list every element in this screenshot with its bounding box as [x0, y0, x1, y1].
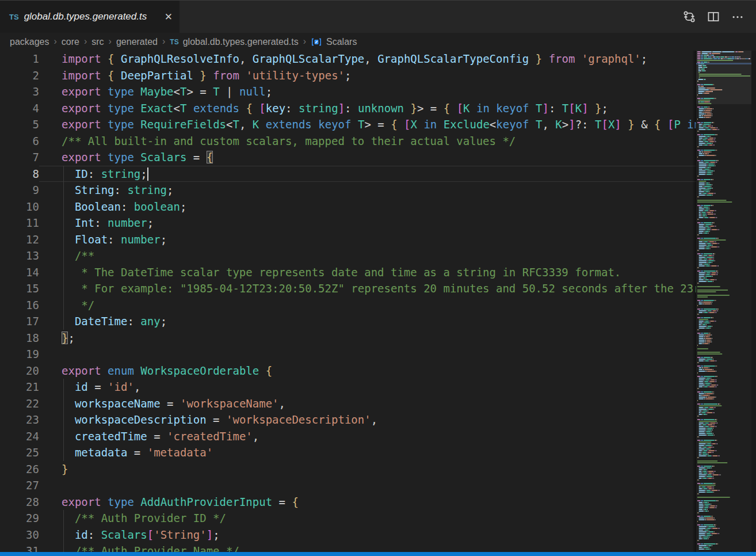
close-tab-icon[interactable]: ✕ [156, 11, 173, 23]
code-line[interactable]: 17 DateTime: any; [0, 313, 696, 330]
code-line[interactable]: 2import { DeepPartial } from 'utility-ty… [0, 67, 696, 84]
line-number: 19 [0, 346, 39, 363]
code-lines: 1import { GraphQLResolveInfo, GraphQLSca… [0, 51, 696, 552]
code-line[interactable]: 12 Float: number; [0, 231, 696, 248]
ellipsis-icon [731, 10, 744, 23]
compare-changes-icon [683, 10, 696, 23]
line-number: 17 [0, 313, 39, 330]
breadcrumb-item-core[interactable]: core [62, 37, 79, 47]
split-editor-button[interactable] [705, 9, 721, 25]
code-line[interactable]: 20export enum WorkspaceOrderable { [0, 363, 696, 379]
code-text: /** Auth Provider ID */ [39, 510, 696, 527]
line-number: 25 [0, 444, 39, 461]
split-editor-icon [707, 10, 720, 23]
line-number: 10 [0, 199, 39, 215]
code-line[interactable]: 18}; [0, 330, 696, 346]
line-number: 21 [0, 379, 39, 395]
editor-actions [681, 1, 756, 33]
code-line[interactable]: 3export type Maybe<T> = T | null; [0, 83, 696, 100]
line-number: 31 [0, 543, 39, 552]
tab-label: global.db.types.generated.ts [24, 11, 147, 22]
breadcrumb-label: generated [116, 37, 158, 47]
chevron-right-icon: › [54, 36, 57, 47]
line-number: 6 [0, 133, 39, 150]
code-line[interactable]: 31 /** Auth Provider Name */ [0, 543, 696, 552]
line-number: 15 [0, 280, 39, 297]
vscode-window: TS global.db.types.generated.ts ✕ [0, 0, 756, 556]
breadcrumb-item-generated[interactable]: generated [116, 37, 158, 47]
code-line[interactable]: 19 [0, 346, 696, 363]
chevron-right-icon: › [162, 36, 165, 47]
code-line[interactable]: 4export type Exact<T extends { [key: str… [0, 100, 696, 117]
code-editor[interactable]: 1import { GraphQLResolveInfo, GraphQLSca… [0, 51, 756, 552]
code-text: * For example: "1985-04-12T23:20:50.52Z"… [39, 280, 696, 297]
breadcrumb: packages›core›src›generated›TSglobal.db.… [0, 33, 756, 51]
typescript-file-icon: TS [170, 38, 178, 46]
minimap[interactable] [696, 51, 756, 552]
code-text: } [39, 461, 696, 478]
code-line[interactable]: 27 [0, 477, 696, 494]
code-line[interactable]: 5export type RequireFields<T, K extends … [0, 116, 696, 133]
code-text: id: Scalars['String']; [39, 527, 696, 543]
minimap-canvas [696, 51, 751, 552]
more-actions-button[interactable] [730, 9, 746, 25]
overview-ruler [751, 51, 756, 552]
code-line[interactable]: 16 */ [0, 297, 696, 314]
line-number: 28 [0, 494, 39, 511]
line-number: 18 [0, 330, 39, 346]
code-text: import { GraphQLResolveInfo, GraphQLScal… [39, 51, 696, 67]
code-text: export type Maybe<T> = T | null; [39, 83, 696, 100]
code-text: export type AddAuthProviderInput = { [39, 494, 696, 511]
code-text: * The DateTime scalar type represents da… [39, 264, 696, 281]
code-text: /** All built-in and custom scalars, map… [39, 133, 696, 150]
code-line[interactable]: 25 metadata = 'metadata' [0, 444, 696, 461]
code-line[interactable]: 21 id = 'id', [0, 379, 696, 395]
breadcrumb-item-global-db-types-generated-ts[interactable]: TSglobal.db.types.generated.ts [170, 37, 298, 47]
code-line[interactable]: 1import { GraphQLResolveInfo, GraphQLSca… [0, 51, 696, 67]
code-line[interactable]: 10 Boolean: boolean; [0, 199, 696, 215]
code-text: metadata = 'metadata' [39, 444, 696, 461]
line-number: 26 [0, 461, 39, 478]
code-line[interactable]: 26} [0, 461, 696, 478]
code-line[interactable]: 15 * For example: "1985-04-12T23:20:50.5… [0, 280, 696, 297]
code-line[interactable]: 9 String: string; [0, 182, 696, 199]
code-text: export type Exact<T extends { [key: stri… [39, 100, 696, 117]
breadcrumb-label: core [62, 37, 79, 47]
breadcrumb-label: global.db.types.generated.ts [183, 37, 299, 47]
code-text: Int: number; [39, 215, 696, 231]
open-changes-button[interactable] [681, 9, 697, 25]
breadcrumb-item-src[interactable]: src [91, 37, 104, 47]
line-number: 7 [0, 149, 39, 166]
code-text [39, 346, 696, 363]
code-line[interactable]: 7export type Scalars = { [0, 149, 696, 166]
line-number: 24 [0, 428, 39, 445]
code-text: export type RequireFields<T, K extends k… [39, 116, 696, 133]
code-line[interactable]: 6/** All built-in and custom scalars, ma… [0, 133, 696, 150]
tab-global-db-types-generated-ts[interactable]: TS global.db.types.generated.ts ✕ [0, 1, 180, 33]
code-line[interactable]: 30 id: Scalars['String']; [0, 527, 696, 543]
breadcrumb-item-scalars[interactable]: Scalars [311, 37, 357, 47]
line-number: 12 [0, 231, 39, 248]
breadcrumb-label: Scalars [326, 37, 357, 47]
code-text [39, 477, 696, 494]
line-number: 23 [0, 412, 39, 428]
code-line[interactable]: 14 * The DateTime scalar type represents… [0, 264, 696, 281]
code-line[interactable]: 29 /** Auth Provider ID */ [0, 510, 696, 527]
code-line[interactable]: 24 createdTime = 'createdTime', [0, 428, 696, 445]
line-number: 11 [0, 215, 39, 231]
line-number: 9 [0, 182, 39, 199]
code-line[interactable]: 23 workspaceDescription = 'workspaceDesc… [0, 412, 696, 428]
code-text: ID: string; [39, 166, 696, 182]
code-line[interactable]: 13 /** [0, 247, 696, 264]
code-line[interactable]: 11 Int: number; [0, 215, 696, 231]
symbol-type-icon [311, 37, 322, 47]
breadcrumb-item-packages[interactable]: packages [10, 37, 49, 47]
code-text: DateTime: any; [39, 313, 696, 330]
code-line[interactable]: 28export type AddAuthProviderInput = { [0, 494, 696, 511]
code-line[interactable]: 22 workspaceName = 'workspaceName', [0, 395, 696, 412]
code-line[interactable]: 8 ID: string; [0, 166, 696, 182]
line-number: 13 [0, 247, 39, 264]
line-number: 2 [0, 67, 39, 84]
status-bar [0, 552, 756, 556]
chevron-right-icon: › [303, 36, 306, 47]
